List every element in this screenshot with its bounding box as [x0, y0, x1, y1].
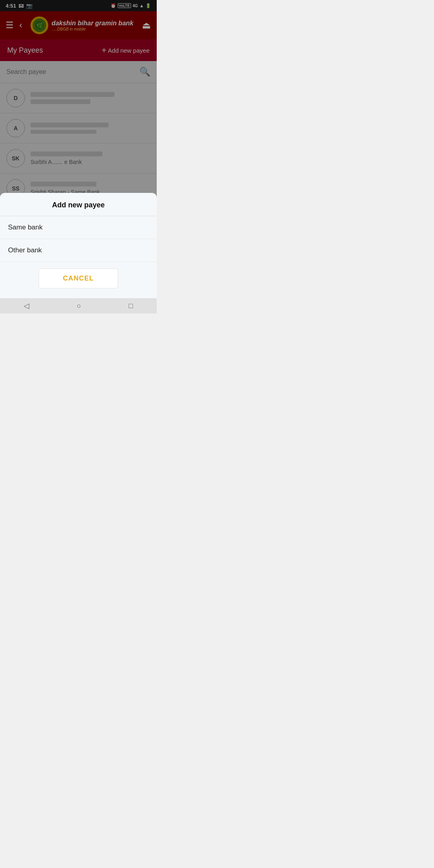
- bank-emblem-svg: 🌿: [32, 18, 47, 33]
- volte-badge: VoLTE: [118, 3, 131, 8]
- other-bank-option[interactable]: Other bank: [0, 239, 157, 262]
- add-new-payee-button[interactable]: + Add new payee: [102, 46, 149, 55]
- payee-detail-text: Surbhi A....... e Bank: [31, 159, 150, 165]
- payee-name-blur: [31, 151, 102, 156]
- cancel-button[interactable]: CANCEL: [39, 268, 119, 289]
- bank-name-text: dakshin bihar gramin bank: [51, 19, 133, 27]
- same-bank-option[interactable]: Same bank: [0, 216, 157, 239]
- payee-name-blur: [31, 92, 115, 97]
- add-icon: +: [102, 46, 106, 55]
- network-4g: 4G: [133, 4, 138, 8]
- back-icon[interactable]: ‹: [19, 20, 22, 31]
- payee-name-blur: [31, 123, 108, 127]
- home-nav-button[interactable]: ○: [77, 302, 81, 310]
- search-icon[interactable]: 🔍: [139, 67, 150, 77]
- top-navigation: ☰ ‹ 🌿 dakshin bihar gramin bank .....DBG…: [0, 11, 157, 39]
- bank-logo-area: 🌿 dakshin bihar gramin bank .....DBGB in…: [22, 16, 142, 34]
- gallery-icon: 📷: [26, 3, 33, 9]
- payee-detail-blur: [31, 99, 90, 104]
- power-icon[interactable]: ⏏: [142, 20, 151, 31]
- bank-name-block: dakshin bihar gramin bank .....DBGB in m…: [51, 19, 133, 31]
- avatar: A: [6, 119, 25, 137]
- payee-info: Surbhi A....... e Bank: [31, 151, 150, 165]
- search-bar: 🔍: [0, 61, 157, 83]
- status-right: ⏰ VoLTE 4G ▲ 🔋: [111, 3, 151, 8]
- list-item[interactable]: SK Surbhi A....... e Bank: [0, 143, 157, 174]
- other-bank-label: Other bank: [8, 246, 42, 254]
- search-input[interactable]: [6, 68, 139, 76]
- whatsapp-icon: 🖂: [18, 3, 24, 9]
- status-left: 4:51 🖂 📷: [6, 3, 33, 9]
- payee-detail-blur: [31, 130, 96, 134]
- payee-info: [31, 92, 150, 104]
- bottom-navigation: ◁ ○ □: [0, 298, 157, 313]
- bank-name-sub: .....DBGB in mobile: [51, 27, 133, 31]
- payee-name-blur: [31, 182, 96, 186]
- nav-left-controls: ☰ ‹: [6, 20, 22, 31]
- page-header: My Payees + Add new payee: [0, 39, 157, 61]
- status-bar: 4:51 🖂 📷 ⏰ VoLTE 4G ▲ 🔋: [0, 0, 157, 11]
- add-payee-label: Add new payee: [108, 47, 149, 54]
- bank-emblem: 🌿: [31, 16, 48, 34]
- same-bank-label: Same bank: [8, 223, 43, 231]
- avatar: SK: [6, 149, 25, 168]
- back-nav-button[interactable]: ◁: [24, 301, 29, 310]
- recent-nav-button[interactable]: □: [129, 302, 133, 310]
- alarm-icon: ⏰: [111, 3, 116, 8]
- battery-icon: 🔋: [145, 3, 151, 8]
- payee-info: [31, 123, 150, 134]
- sheet-title: Add new payee: [0, 193, 157, 216]
- cancel-row: CANCEL: [0, 262, 157, 292]
- signal-icon: ▲: [139, 3, 144, 8]
- list-item[interactable]: A: [0, 113, 157, 143]
- page-title: My Payees: [7, 46, 43, 55]
- bottom-sheet: Add new payee Same bank Other bank CANCE…: [0, 193, 157, 298]
- time-display: 4:51: [6, 3, 16, 9]
- avatar: D: [6, 89, 25, 107]
- svg-text:🌿: 🌿: [36, 22, 43, 29]
- list-item[interactable]: D: [0, 83, 157, 113]
- hamburger-icon[interactable]: ☰: [6, 20, 14, 31]
